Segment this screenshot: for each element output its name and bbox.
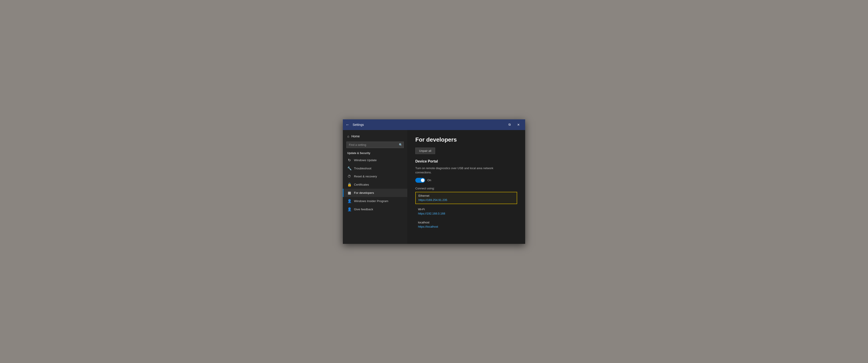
sidebar-item-reset-recovery[interactable]: ⏱ Reset & recovery [343, 172, 407, 180]
sidebar-item-home[interactable]: ⌂ Home [343, 133, 407, 140]
sidebar-section-label: Update & Security [343, 151, 407, 156]
localhost-url[interactable]: https://localhost [418, 225, 438, 228]
snap-button[interactable]: ⧉ [505, 121, 514, 129]
window-title: Settings [352, 123, 505, 127]
titlebar: ← Settings ⧉ ✕ [343, 119, 525, 130]
device-portal-toggle-row: On [415, 178, 517, 183]
window-controls: ⧉ ✕ [505, 121, 523, 129]
back-button[interactable]: ← [345, 123, 349, 127]
sidebar-item-windows-insider[interactable]: 👤 Windows Insider Program [343, 197, 407, 205]
for-developers-label: For developers [354, 191, 374, 195]
search-input[interactable] [346, 142, 404, 148]
sidebar-item-troubleshoot[interactable]: 🔧 Troubleshoot [343, 164, 407, 172]
localhost-name: localhost [418, 221, 515, 224]
wifi-name: Wi-Fi [418, 208, 515, 211]
sidebar-item-windows-update[interactable]: ↻ Windows Update [343, 156, 407, 164]
close-button[interactable]: ✕ [515, 121, 523, 129]
ethernet-url[interactable]: https://169.254.91.235 [418, 198, 447, 202]
wifi-url[interactable]: https://192.168.0.168 [418, 212, 445, 215]
toggle-state-label: On [427, 178, 431, 182]
troubleshoot-label: Troubleshoot [354, 167, 371, 170]
connect-using-label: Connect using: [415, 187, 517, 190]
window-body: ⌂ Home 🔍 Update & Security ↻ Windows Upd… [343, 130, 525, 244]
settings-window: ← Settings ⧉ ✕ ⌂ Home 🔍 Update & Securit… [343, 119, 525, 244]
give-feedback-icon: 👤 [347, 207, 351, 211]
localhost-connection: localhost https://localhost [415, 219, 517, 230]
unpair-all-button[interactable]: Unpair all [415, 147, 435, 154]
windows-update-label: Windows Update [354, 159, 377, 162]
certificates-icon: 🔒 [347, 183, 351, 187]
search-button[interactable]: 🔍 [399, 143, 402, 146]
sidebar-item-certificates[interactable]: 🔒 Certificates [343, 180, 407, 189]
troubleshoot-icon: 🔧 [347, 166, 351, 170]
page-title: For developers [415, 136, 517, 143]
give-feedback-label: Give feedback [354, 208, 373, 211]
windows-update-icon: ↻ [347, 158, 351, 162]
main-content: For developers Unpair all Device Portal … [407, 130, 525, 244]
windows-insider-icon: 👤 [347, 199, 351, 203]
ethernet-connection: Ethernet https://169.254.91.235 [415, 192, 517, 204]
sidebar: ⌂ Home 🔍 Update & Security ↻ Windows Upd… [343, 130, 407, 244]
reset-recovery-icon: ⏱ [347, 174, 351, 178]
device-portal-desc: Turn on remote diagnostics over USB and … [415, 166, 500, 175]
search-container: 🔍 [346, 142, 404, 148]
reset-recovery-label: Reset & recovery [354, 175, 377, 178]
certificates-label: Certificates [354, 183, 369, 186]
sidebar-item-give-feedback[interactable]: 👤 Give feedback [343, 205, 407, 213]
ethernet-name: Ethernet [418, 194, 514, 197]
sidebar-item-for-developers[interactable]: ▦ For developers [343, 189, 407, 197]
device-portal-toggle[interactable] [415, 178, 425, 183]
wifi-connection: Wi-Fi https://192.168.0.168 [415, 206, 517, 217]
home-icon: ⌂ [347, 134, 349, 138]
windows-insider-label: Windows Insider Program [354, 199, 389, 203]
device-portal-title: Device Portal [415, 159, 517, 163]
for-developers-icon: ▦ [347, 191, 351, 195]
home-label: Home [351, 134, 360, 138]
